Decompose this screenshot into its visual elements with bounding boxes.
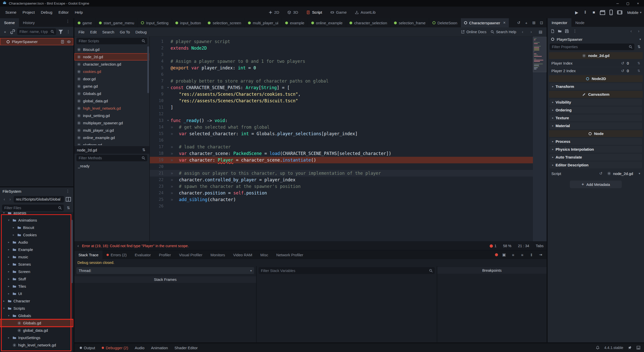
code-minimap[interactable]: [533, 37, 547, 241]
code-line-19[interactable]: 19»var character: Player = character_sce…: [150, 157, 533, 163]
code-line-1[interactable]: 1# player spawner script: [150, 38, 533, 45]
error-message[interactable]: Error at (19, 18): Could not find type "…: [82, 244, 487, 248]
file-tree-item-stuff[interactable]: ▸Stuff: [0, 275, 73, 283]
file-tree-item-ui[interactable]: ▸UI: [0, 290, 73, 297]
online-docs-button[interactable]: Online Docs: [461, 30, 486, 34]
nav-forward-icon[interactable]: ›: [8, 197, 12, 202]
add-metadata-button[interactable]: +Add Metadata: [570, 181, 621, 188]
scene-tab-start-game-menu[interactable]: start_game_menu: [96, 18, 138, 27]
inspector-tab-node[interactable]: Node: [571, 18, 589, 27]
tree-expand-icon[interactable]: ▸: [7, 255, 11, 259]
file-tree-item-music[interactable]: ▸music: [0, 253, 73, 261]
inspector-section-process[interactable]: ▸Process: [550, 138, 642, 145]
file-tree-item-global-data-gd[interactable]: global_data.gd: [0, 327, 73, 334]
attached-script-icon[interactable]: [60, 40, 65, 44]
window-minimize-button[interactable]: ─: [616, 2, 619, 5]
script-menu-edit[interactable]: Edit: [88, 29, 99, 35]
script-item-game-gd[interactable]: game.gd: [74, 83, 149, 90]
run-profile-dropdown[interactable]: Mobile▾: [627, 10, 641, 15]
code-line-14[interactable]: 14»# get who selected what from global: [150, 124, 533, 130]
line-number[interactable]: 12: [150, 111, 165, 117]
debugger-tab-stack-trace[interactable]: Stack Trace: [74, 250, 102, 259]
script-item-character-selection-gd[interactable]: character_selection.gd: [74, 61, 149, 68]
inspector-category-script[interactable]: node_2d.gd: [549, 52, 643, 59]
inspector-section-ordering[interactable]: ▸Ordering: [550, 107, 642, 113]
code-line-9[interactable]: 9"res://assests/Scenes/Characters/cookie…: [150, 91, 533, 97]
indent-type[interactable]: Tabs: [536, 244, 544, 248]
inspector-section-editor-description[interactable]: ▸Editor Description: [550, 162, 642, 168]
new-tab-icon[interactable]: +: [523, 20, 529, 26]
inspector-section-visibility[interactable]: ▸Visibility: [550, 99, 642, 106]
code-line-23[interactable]: 23»# spawn the character at the spawner'…: [150, 183, 533, 190]
method-filter-input[interactable]: [78, 156, 140, 160]
property-value[interactable]: 0: [627, 69, 636, 73]
file-tree-item-assests[interactable]: ▾assests: [0, 212, 73, 217]
bottom-panel-audio[interactable]: Audio: [131, 343, 148, 352]
workspace-script[interactable]: Script: [303, 9, 325, 16]
line-number[interactable]: 22: [150, 177, 165, 183]
code-line-15[interactable]: 15»var selected_character: int = Globals…: [150, 130, 533, 137]
code-line-6[interactable]: 6: [150, 71, 533, 78]
line-number[interactable]: 7: [150, 78, 165, 84]
script-value[interactable]: node_2d.gd: [613, 171, 633, 176]
line-number[interactable]: 1: [150, 38, 165, 45]
file-tree-scrollbar[interactable]: [71, 220, 73, 283]
collapse-errors-icon[interactable]: ‹: [77, 243, 79, 248]
menu-debug[interactable]: Debug: [38, 9, 55, 16]
debugger-tab-visual-profiler[interactable]: Visual Profiler: [175, 250, 206, 259]
line-number[interactable]: 13: [150, 117, 165, 124]
inspector-category-canvasitem[interactable]: CanvasItem: [549, 91, 643, 98]
stack-variables-filter-input[interactable]: [260, 268, 427, 273]
scene-tab-multi-player-ui[interactable]: multi_player_ui: [245, 18, 282, 27]
tree-expand-icon[interactable]: ▸: [12, 233, 15, 237]
code-editor[interactable]: 1# player spawner script2extends Node2D3…: [150, 37, 547, 241]
tree-expand-icon[interactable]: ▸: [7, 270, 11, 273]
window-maximize-button[interactable]: ▢: [626, 2, 629, 5]
line-number[interactable]: 15: [150, 130, 165, 137]
line-number[interactable]: 10: [150, 97, 165, 104]
bottom-panel-output[interactable]: Output: [76, 343, 98, 352]
code-line-20[interactable]: 20: [150, 163, 533, 170]
new-resource-icon[interactable]: [551, 29, 555, 33]
close-tab-icon[interactable]: ×: [503, 21, 506, 25]
code-line-3[interactable]: 3: [150, 51, 533, 58]
script-item-multiplayer-spawner-gd[interactable]: multiplayer_spawner.gd: [74, 119, 149, 127]
visibility-toggle-icon[interactable]: [67, 40, 71, 44]
inspector-menu-icon[interactable]: ⋮: [572, 28, 578, 34]
code-line-2[interactable]: 2extends Node2D: [150, 45, 533, 51]
line-number[interactable]: 23: [150, 183, 165, 190]
file-tree-item-character[interactable]: ▸Character: [0, 297, 73, 305]
scene-history-icon[interactable]: ↺: [516, 20, 522, 26]
code-line-5[interactable]: 5@export var player_index: int = 0: [150, 65, 533, 71]
pause-icon[interactable]: ‖: [528, 252, 534, 258]
scene-tab-input-setting[interactable]: Input_Setting: [138, 18, 172, 27]
pause-button[interactable]: ‖: [582, 9, 588, 15]
workspace-3d[interactable]: 3D: [284, 9, 301, 16]
line-number[interactable]: 24: [150, 190, 165, 196]
file-tree-item-inputsettings[interactable]: ▸InputSettings: [0, 334, 73, 341]
inspector-section-texture[interactable]: ▸Texture: [550, 114, 642, 121]
code-line-17[interactable]: 17»# load the character: [150, 144, 533, 150]
bottom-panel-shader-editor[interactable]: Shader Editor: [171, 343, 201, 352]
filter-options-icon[interactable]: [58, 29, 64, 35]
play-remote-button[interactable]: [608, 9, 614, 15]
editor-zoom[interactable]: 58 %: [503, 244, 511, 248]
script-item-door-gd[interactable]: door.gd: [74, 75, 149, 83]
file-tree-item-scripts[interactable]: ▾Scripts: [0, 305, 73, 312]
line-number[interactable]: 19: [150, 157, 165, 163]
play-scene-button[interactable]: [599, 9, 606, 15]
tree-expand-icon[interactable]: ▸: [7, 336, 11, 339]
documentation-icon[interactable]: ▤: [537, 29, 544, 35]
scene-tab-selection-screen[interactable]: selection_screen: [204, 18, 245, 27]
code-line-11[interactable]: 11]: [150, 104, 533, 111]
play-button[interactable]: ▶: [574, 9, 580, 15]
stop-button[interactable]: ■: [591, 9, 597, 15]
scene-tab-online-example[interactable]: online_example: [308, 18, 346, 27]
line-number[interactable]: 17: [150, 144, 165, 150]
script-item-biscuit-gd[interactable]: Biscuit.gd: [74, 46, 149, 53]
script-menu-search[interactable]: Search: [100, 29, 117, 35]
script-item-high-level-network-gd[interactable]: high_level_network.gd: [74, 105, 149, 112]
stack-variables-list[interactable]: [257, 275, 437, 342]
inspector-section-material[interactable]: ▸Material: [550, 122, 642, 129]
code-line-26[interactable]: 26: [150, 203, 533, 209]
